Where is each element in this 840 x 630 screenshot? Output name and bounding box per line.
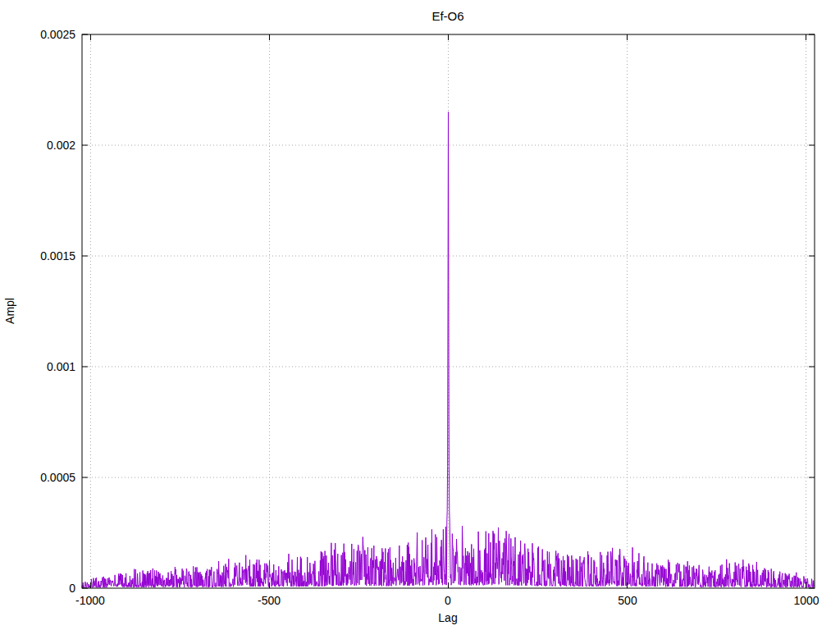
x-tick-label: 500 [618,594,637,607]
y-tick-label: 0.0005 [40,471,75,484]
x-axis-label: Lag [438,611,457,624]
y-tick-label: 0.002 [47,139,75,152]
y-tick-label: 0.0025 [40,28,75,41]
x-tick-label: -1000 [75,594,105,607]
y-tick-label: 0 [69,582,75,595]
y-tick-label: 0.001 [47,360,75,373]
chart-title: Ef-O6 [431,9,463,23]
chart-container: Ef-O6 Lag Ampl -1000 -500 0 500 1000 0 0… [0,0,840,630]
x-tick-label: -500 [258,594,281,607]
y-axis-label: Ampl [3,298,16,324]
chart-canvas: Ef-O6 Lag Ampl -1000 -500 0 500 1000 0 0… [0,0,840,630]
x-tick-label: 0 [445,594,451,607]
y-tick-label: 0.0015 [40,249,75,262]
x-tick-label: 1000 [793,594,819,607]
